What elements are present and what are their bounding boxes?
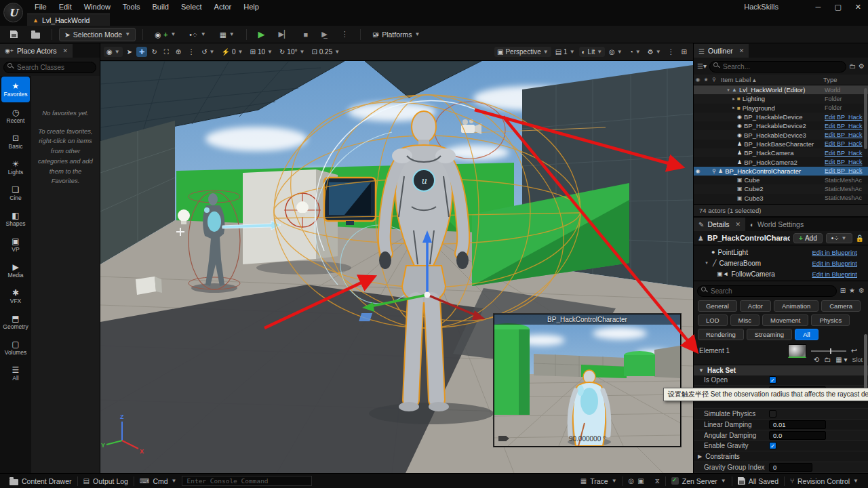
outliner-row[interactable]: ▾▲Lvl_HackWorld (Editor)World (694, 85, 868, 94)
select-tool[interactable]: ➤ (124, 47, 135, 57)
category-vp[interactable]: ▣VP (0, 232, 31, 258)
insights-button[interactable]: ◎▣ (623, 474, 650, 488)
outliner-row[interactable]: ◉BP_HackableDevice3Edit BP_Hack (694, 130, 868, 139)
content-browser-button[interactable] (26, 28, 45, 41)
edit-in-blueprint-link[interactable]: Edit in Blueprint (812, 260, 857, 267)
display-filter-icon[interactable]: ⊞ (840, 287, 846, 294)
play-button[interactable]: ▶ (254, 27, 270, 41)
angular-damping-field[interactable]: 0.0 (769, 431, 826, 440)
browse-icon[interactable]: 🗀 (824, 356, 831, 363)
chip-streaming[interactable]: Streaming (747, 329, 792, 340)
add-actor-button[interactable]: ◉+▼ (150, 28, 180, 41)
close-icon[interactable]: ✕ (736, 221, 741, 228)
tool-options-menu[interactable]: ⋮ (185, 47, 197, 57)
category-cine[interactable]: ❏Cine (0, 180, 31, 206)
menu-select[interactable]: Select (175, 1, 208, 13)
place-actors-search-input[interactable] (3, 62, 96, 73)
chip-general[interactable]: General (698, 300, 737, 312)
surface-snap-dropdown[interactable]: ↺▼ (199, 47, 217, 57)
viewport-settings-dropdown[interactable]: ⚙▼ (645, 47, 664, 57)
viewport-3d-scene[interactable]: u (100, 61, 693, 473)
rotation-snap-dropdown[interactable]: ↻10°▼ (277, 47, 307, 57)
reset-icon[interactable]: ↩ (851, 346, 857, 355)
maximize-button[interactable]: ▢ (834, 3, 841, 12)
menu-tools[interactable]: Tools (117, 1, 146, 13)
tab-details[interactable]: ✎ Details ✕ (694, 218, 745, 231)
add-component-button[interactable]: +Add (793, 233, 823, 243)
outliner-row[interactable]: ♟BP_HackCamera2Edit BP_Hack (694, 157, 868, 166)
settings-icon[interactable]: ⚙ (859, 287, 865, 294)
simulate-physics-checkbox[interactable]: ✓ (769, 410, 776, 418)
world-space-toggle[interactable]: ⊕ (173, 47, 184, 57)
skip-frame-button[interactable]: ▶▏ (274, 28, 295, 41)
actor-snap-dropdown[interactable]: ⚡0▼ (219, 47, 246, 57)
category-recent[interactable]: ◷Recent (0, 103, 31, 129)
pin-icon[interactable]: ⚲ (710, 168, 718, 174)
edit-blueprint-link[interactable]: Edit BP_Hack (825, 167, 868, 174)
lock-icon[interactable]: 🔒 (856, 235, 864, 242)
revision-control-dropdown[interactable]: ⑂Revision Control▼ (785, 474, 864, 488)
menu-window[interactable]: Window (78, 1, 117, 13)
favorites-icon[interactable]: ★ (849, 287, 855, 294)
outliner-row[interactable]: ◉BP_HackableDeviceEdit BP_Hack (694, 113, 868, 121)
show-flags-dropdown[interactable]: ◎▼ (606, 47, 625, 57)
outliner-row-selected[interactable]: ◉⚲♟BP_HackControlCharacterEdit BP_Hack (694, 167, 868, 176)
play-options-button[interactable]: ⋮ (336, 28, 353, 41)
outliner-search-input[interactable] (709, 61, 846, 73)
chip-misc[interactable]: Misc (730, 314, 760, 326)
component-pointlight[interactable]: ●PointLightEdit in Blueprint (694, 247, 868, 258)
category-all[interactable]: ☰All (0, 361, 31, 386)
camera-preview-window[interactable]: BP_HackControlCharacter 90.000000 ° (494, 314, 681, 447)
chip-camera[interactable]: Camera (821, 300, 861, 312)
menu-build[interactable]: Build (146, 1, 175, 13)
viewport-menu[interactable]: ⋮ (665, 47, 677, 57)
tab-world-settings[interactable]: ◐ World Settings (745, 218, 808, 231)
component-followcamera[interactable]: ▣◄FollowCameraEdit in Blueprint (694, 268, 868, 279)
screen-percentage-dropdown[interactable]: ◔▼ (627, 47, 644, 57)
linear-damping-field[interactable]: 0.01 (769, 420, 826, 429)
outliner-row[interactable]: ◉BP_HackableDevice2Edit BP_Hack (694, 121, 868, 130)
filter-icon[interactable]: ☰▾ (697, 62, 707, 70)
pin-column-icon[interactable]: ⚲ (710, 77, 718, 83)
outliner-settings-icon[interactable]: ⚙ (859, 62, 865, 70)
scale-tool[interactable]: ⛶ (161, 47, 172, 58)
edit-blueprint-link[interactable]: Edit BP_Hack (825, 159, 868, 165)
chip-lod[interactable]: LOD (698, 314, 728, 326)
visibility-column-icon[interactable]: ◉ (694, 77, 702, 83)
tab-outliner[interactable]: ☰ Outliner ✕ (694, 44, 749, 58)
category-favorites[interactable]: ★Favorites (1, 77, 30, 102)
chip-all[interactable]: All (795, 329, 818, 340)
blueprints-button[interactable]: •⁘▼ (184, 28, 210, 41)
outliner-row[interactable]: ▸■PlaygroundFolder (694, 104, 868, 113)
create-folder-icon[interactable]: 🗀 (849, 62, 856, 70)
menu-edit[interactable]: Edit (53, 1, 78, 13)
chip-rendering[interactable]: Rendering (698, 329, 744, 340)
outliner-scrollbar[interactable] (864, 88, 867, 149)
grid-snap-dropdown[interactable]: ⊞10▼ (248, 47, 275, 57)
eye-icon[interactable]: ◉ (694, 168, 702, 174)
camera-speed-dropdown[interactable]: ▤1▼ (553, 47, 578, 57)
category-vfx[interactable]: ✱VFX (0, 283, 31, 309)
edit-blueprint-link[interactable]: Edit BP_Hack (825, 140, 868, 147)
scale-snap-dropdown[interactable]: ⊡0.25▼ (309, 47, 342, 57)
console-command-input[interactable] (182, 476, 312, 486)
category-lights[interactable]: ☀Lights (0, 155, 31, 180)
unreal-logo-icon[interactable]: U (3, 3, 23, 22)
outliner-row[interactable]: ▣Cube3StaticMeshAc (694, 194, 868, 203)
tab-level[interactable]: ▲ Lvl_HackWorld (27, 14, 110, 26)
edit-blueprint-link[interactable]: Edit BP_Hack (825, 131, 868, 138)
use-selected-icon[interactable]: ⟲ (814, 356, 819, 363)
edit-blueprint-link[interactable]: Edit BP_Hack (825, 123, 868, 129)
close-button[interactable]: ✕ (855, 3, 861, 12)
chip-physics[interactable]: Physics (811, 314, 850, 326)
quad-layout-button[interactable]: ⊞ (679, 47, 690, 57)
perspective-dropdown[interactable]: ▣Perspective▼ (494, 47, 551, 57)
eject-button[interactable]: ▶̲ (317, 28, 332, 41)
cinematics-button[interactable]: ▦▼ (215, 28, 239, 41)
stop-button[interactable]: ■ (299, 28, 313, 41)
view-mode-dropdown[interactable]: ◐Lit▼ (579, 47, 606, 57)
enable-gravity-checkbox[interactable]: ✓ (769, 442, 776, 449)
tab-place-actors[interactable]: ◉+ Place Actors ✕ (0, 44, 73, 58)
platforms-dropdown[interactable]: 🖳 Platforms ▼ (368, 28, 425, 41)
category-volumes[interactable]: ▢Volumes (0, 335, 31, 361)
